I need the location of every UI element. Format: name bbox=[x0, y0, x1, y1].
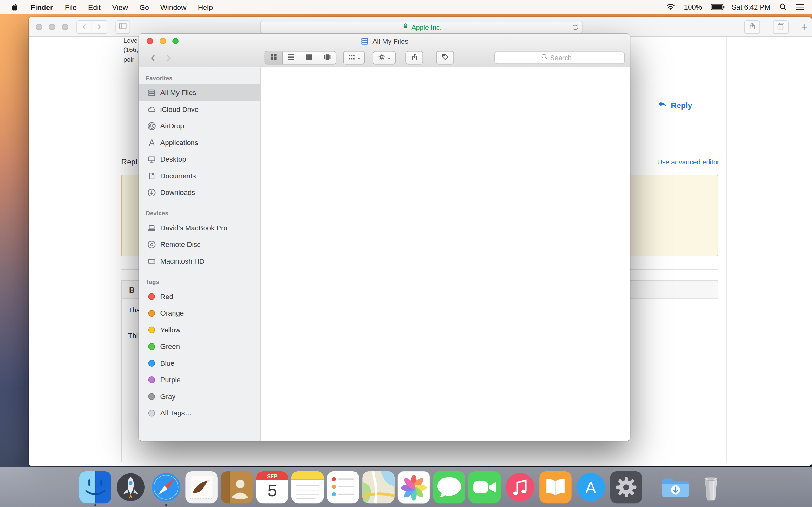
alltags-icon bbox=[147, 408, 156, 418]
menu-edit[interactable]: Edit bbox=[83, 0, 107, 14]
laptop-icon bbox=[147, 223, 156, 233]
sidebar-item-blue[interactable]: Blue bbox=[139, 354, 260, 372]
dock-system-preferences-icon[interactable] bbox=[610, 471, 642, 504]
yellow-tag-icon bbox=[147, 325, 156, 335]
action-gear-icon bbox=[378, 53, 386, 63]
sidebar-item-orange[interactable]: Orange bbox=[139, 305, 260, 322]
dock-trash-icon[interactable] bbox=[695, 471, 727, 504]
dock-reminders-icon[interactable] bbox=[327, 471, 359, 504]
menubar-clock[interactable]: Sat 6:42 PM bbox=[732, 3, 770, 11]
tag-icon bbox=[441, 53, 449, 63]
bold-button[interactable]: B bbox=[129, 285, 135, 294]
apple-logo bbox=[11, 3, 19, 11]
sidebar-toggle-button[interactable] bbox=[115, 20, 130, 34]
sidebar-item-remote-disc[interactable]: Remote Disc bbox=[139, 236, 260, 253]
action-menu-button[interactable] bbox=[373, 51, 396, 65]
sidebar-item-red[interactable]: Red bbox=[139, 288, 260, 305]
cloud-icon bbox=[147, 105, 156, 114]
window-title: All My Files bbox=[139, 34, 629, 49]
harddrive-icon bbox=[147, 257, 156, 266]
dock-calendar-icon[interactable]: SEP5 bbox=[256, 471, 288, 504]
sidebar-item-label: Blue bbox=[160, 359, 174, 367]
sidebar-item-all-tags[interactable]: All Tags… bbox=[139, 405, 260, 421]
advanced-editor-link[interactable]: Use advanced editor bbox=[657, 158, 719, 166]
dock-contacts-icon[interactable] bbox=[221, 471, 253, 504]
menu-window[interactable]: Window bbox=[155, 0, 192, 14]
sidebar-item-purple[interactable]: Purple bbox=[139, 372, 260, 388]
forward-button[interactable]: › bbox=[92, 20, 107, 34]
tabs-icon bbox=[777, 22, 785, 32]
sidebar-item-gray[interactable]: Gray bbox=[139, 388, 260, 405]
notification-center-icon[interactable] bbox=[796, 3, 804, 10]
dock-safari-icon[interactable] bbox=[150, 471, 183, 504]
sidebar-item-yellow[interactable]: Yellow bbox=[139, 321, 260, 338]
sidebar-section-devices: Devices bbox=[139, 207, 260, 219]
sidebar-item-desktop[interactable]: Desktop bbox=[139, 151, 260, 168]
close-button[interactable] bbox=[36, 24, 42, 30]
coverflow-view-button[interactable] bbox=[318, 51, 336, 64]
apple-menu[interactable] bbox=[5, 0, 24, 14]
dock-app-store-icon[interactable]: A bbox=[575, 471, 607, 504]
sidebar-item-applications[interactable]: Applications bbox=[139, 134, 260, 151]
share-icon bbox=[748, 22, 756, 32]
wifi-icon[interactable] bbox=[666, 3, 675, 10]
share-icon bbox=[410, 53, 418, 63]
share-button[interactable] bbox=[405, 51, 423, 65]
address-bar[interactable]: Apple Inc. bbox=[260, 21, 583, 33]
dock-notes-icon[interactable] bbox=[292, 471, 324, 504]
dock-finder-icon[interactable] bbox=[79, 471, 111, 504]
icon-view-button[interactable] bbox=[265, 51, 283, 64]
dock-itunes-icon[interactable] bbox=[504, 471, 537, 504]
sidebar-item-david-s-macbook-pro[interactable]: David’s MacBook Pro bbox=[139, 220, 260, 236]
menu-app-name[interactable]: Finder bbox=[24, 0, 59, 14]
back-button[interactable]: ‹ bbox=[77, 20, 92, 34]
tab-overview-button[interactable] bbox=[773, 20, 789, 34]
sidebar-item-documents[interactable]: Documents bbox=[139, 167, 260, 184]
dock-launchpad-icon[interactable] bbox=[114, 471, 147, 504]
minimize-button[interactable] bbox=[49, 24, 55, 30]
zoom-button[interactable] bbox=[62, 24, 68, 30]
finder-body: FavoritesAll My FilesiCloud DriveAirDrop… bbox=[139, 67, 629, 441]
dock-maps-icon[interactable] bbox=[362, 471, 395, 504]
finder-content-area[interactable] bbox=[261, 67, 629, 441]
content-column-border bbox=[726, 37, 727, 462]
new-tab-button[interactable]: + bbox=[798, 20, 811, 34]
forward-icon: › bbox=[166, 49, 171, 65]
dock-ibooks-icon[interactable] bbox=[539, 471, 571, 504]
dock-messages-icon[interactable] bbox=[433, 471, 465, 504]
dock-separator bbox=[651, 471, 651, 504]
sidebar-item-green[interactable]: Green bbox=[139, 338, 260, 355]
dock-mail-icon[interactable] bbox=[185, 471, 217, 504]
dock-downloads-icon[interactable] bbox=[659, 471, 692, 504]
menu-file[interactable]: File bbox=[59, 0, 83, 14]
forward-button[interactable]: › bbox=[161, 49, 176, 66]
sidebar-item-label: Orange bbox=[160, 309, 184, 317]
sidebar-item-airdrop[interactable]: AirDrop bbox=[139, 118, 260, 134]
sidebar-item-all-my-files[interactable]: All My Files bbox=[139, 84, 260, 101]
dock-photos-icon[interactable] bbox=[398, 471, 430, 504]
arrange-button[interactable] bbox=[343, 51, 365, 65]
tag-button[interactable] bbox=[436, 51, 454, 65]
sidebar-item-macintosh-hd[interactable]: Macintosh HD bbox=[139, 253, 260, 270]
menu-go[interactable]: Go bbox=[134, 0, 155, 14]
applications-icon bbox=[147, 138, 156, 147]
list-view-button[interactable] bbox=[283, 51, 300, 64]
list-view-icon bbox=[287, 53, 295, 63]
sidebar-item-icloud-drive[interactable]: iCloud Drive bbox=[139, 101, 260, 118]
refresh-icon[interactable] bbox=[571, 23, 579, 32]
search-field[interactable] bbox=[495, 51, 624, 64]
share-button[interactable] bbox=[745, 20, 760, 34]
spotlight-icon[interactable] bbox=[779, 3, 787, 11]
svg-text:5: 5 bbox=[267, 481, 277, 500]
desktop-wallpaper: Finder FileEditViewGoWindowHelp 100% Sat… bbox=[0, 0, 812, 507]
column-view-button[interactable] bbox=[300, 51, 318, 64]
search-input[interactable] bbox=[550, 54, 578, 62]
sidebar-item-downloads[interactable]: Downloads bbox=[139, 184, 260, 201]
menu-help[interactable]: Help bbox=[192, 0, 218, 14]
blue-tag-icon bbox=[147, 358, 156, 368]
back-button[interactable]: ‹ bbox=[145, 49, 161, 66]
menu-view[interactable]: View bbox=[107, 0, 134, 14]
reply-button[interactable]: Reply bbox=[658, 100, 693, 110]
dock-facetime-icon[interactable] bbox=[468, 471, 501, 504]
battery-icon[interactable] bbox=[711, 4, 723, 10]
